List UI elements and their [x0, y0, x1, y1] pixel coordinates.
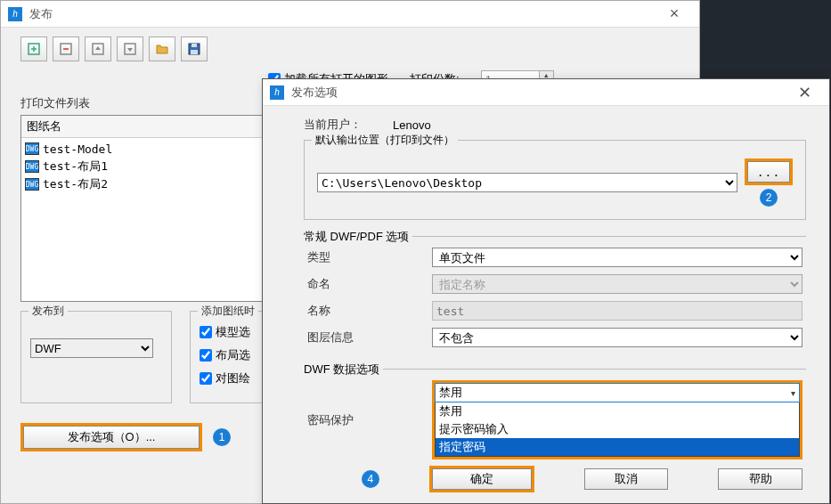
pw-protect-value: 禁用: [439, 385, 462, 401]
output-path-select[interactable]: C:\Users\Lenovo\Desktop: [317, 173, 737, 192]
tool-down-icon[interactable]: [117, 37, 143, 61]
cancel-button[interactable]: 取消: [584, 468, 669, 490]
highlight-2: ...: [745, 159, 793, 185]
chevron-down-icon: ▾: [791, 388, 795, 398]
output-location-group: 默认输出位置（打印到文件） C:\Users\Lenovo\Desktop ..…: [304, 140, 806, 220]
tool-up-icon[interactable]: [85, 37, 111, 61]
publish-options-dialog: h 发布选项 ✕ 当前用户： Lenovo 默认输出位置（打印到文件） C:\U…: [262, 78, 830, 504]
tool-save-icon[interactable]: [181, 37, 208, 61]
options-titlebar: h 发布选项 ✕: [263, 79, 829, 106]
dwg-icon: DWG: [25, 160, 39, 173]
type-select[interactable]: 单页文件: [432, 248, 802, 267]
output-legend: 默认输出位置（打印到文件）: [312, 133, 458, 148]
highlight-4: 确定: [429, 466, 534, 492]
app-icon: h: [8, 7, 22, 21]
output-row: C:\Users\Lenovo\Desktop ... 2: [317, 159, 793, 207]
svg-rect-6: [191, 50, 198, 54]
badge-1: 1: [213, 428, 231, 446]
options-title: 发布选项: [291, 85, 786, 101]
browse-button[interactable]: ...: [747, 161, 790, 183]
publish-titlebar: h 发布 ×: [1, 1, 699, 28]
pw-option[interactable]: 禁用: [436, 402, 799, 420]
highlight-3-bottom: 禁用 提示密码输入 指定密码: [432, 402, 802, 459]
type-label: 类型: [307, 249, 432, 265]
layer-select[interactable]: 不包含: [432, 328, 802, 347]
name-label: 名称: [307, 303, 432, 319]
pw-protect-label: 密码保护: [307, 412, 432, 428]
dwg-icon: DWG: [25, 178, 39, 191]
dwf-pdf-legend: 常规 DWF/PDF 选项: [304, 229, 412, 245]
highlight-1: 发布选项（O）...: [20, 423, 202, 451]
highlight-3-top: 禁用 ▾: [432, 380, 802, 405]
publish-to-group: 发布到 DWF: [20, 311, 172, 403]
badge-4: 4: [362, 470, 379, 488]
current-user-value: Lenovo: [393, 118, 431, 132]
svg-rect-5: [191, 44, 197, 47]
dwg-icon: DWG: [25, 142, 39, 155]
close-icon[interactable]: ×: [656, 4, 692, 23]
browse-wrap: ... 2: [745, 159, 793, 207]
pw-option-selected[interactable]: 指定密码: [436, 438, 799, 456]
app-icon: h: [270, 85, 284, 100]
dwf-data-group: DWF 数据选项 密码保护 禁用 ▾ 禁用 提示密码输入 指定密码: [304, 369, 806, 451]
pw-option[interactable]: 提示密码输入: [436, 420, 799, 438]
ok-button[interactable]: 确定: [432, 468, 532, 490]
close-icon[interactable]: ✕: [786, 83, 822, 102]
pw-protect-select[interactable]: 禁用 ▾: [435, 383, 800, 402]
dwf-data-legend: DWF 数据选项: [304, 362, 383, 378]
current-user-label: 当前用户：: [286, 117, 393, 133]
layer-label: 图层信息: [307, 329, 432, 345]
tool-open-icon[interactable]: [149, 37, 175, 61]
add-sheet-legend: 添加图纸时: [198, 304, 258, 319]
toolbar: [1, 28, 699, 70]
naming-label: 命名: [307, 276, 432, 292]
publish-title: 发布: [29, 6, 656, 22]
tool-new-icon[interactable]: [20, 37, 47, 61]
publish-to-legend: 发布到: [29, 304, 68, 319]
badge-2: 2: [760, 189, 778, 207]
help-button[interactable]: 帮助: [718, 468, 802, 490]
tool-remove-icon[interactable]: [53, 37, 79, 61]
current-user-row: 当前用户： Lenovo: [286, 117, 806, 133]
pw-protect-wrap: 禁用 ▾ 禁用 提示密码输入 指定密码: [432, 380, 802, 459]
name-input: [432, 301, 802, 321]
naming-select: 指定名称: [432, 274, 802, 294]
publish-options-button[interactable]: 发布选项（O）...: [23, 426, 200, 449]
dialog-body: 当前用户： Lenovo 默认输出位置（打印到文件） C:\Users\Leno…: [263, 106, 829, 467]
dwf-pdf-group: 常规 DWF/PDF 选项 类型 单页文件 命名 指定名称 名称 图层信息 不包…: [304, 236, 806, 356]
publish-to-select[interactable]: DWF: [30, 338, 153, 358]
pw-dropdown: 禁用 提示密码输入 指定密码: [435, 402, 800, 457]
dialog-buttons: 4 确定 取消 帮助: [263, 466, 829, 492]
